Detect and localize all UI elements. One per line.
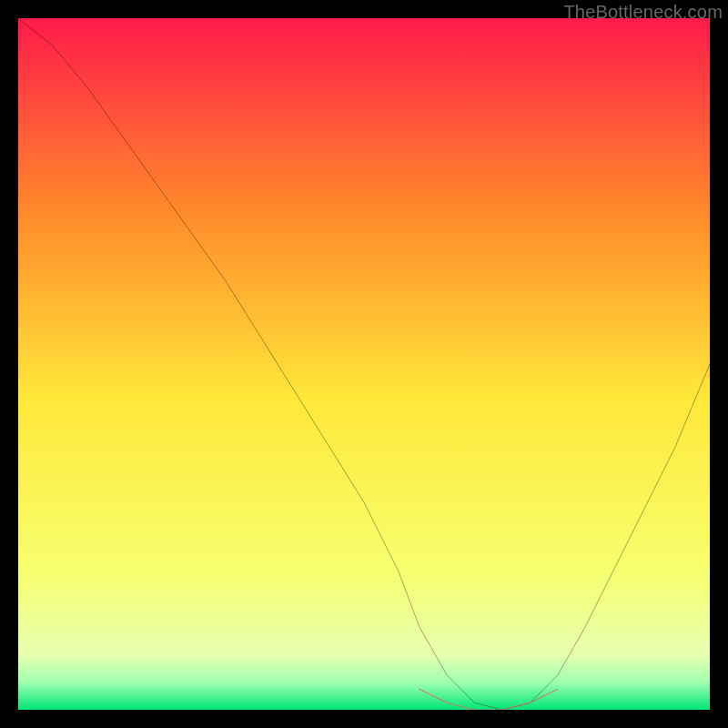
plot-area (18, 18, 710, 710)
chart-frame: TheBottleneck.com (0, 0, 728, 728)
chart-svg (18, 18, 710, 710)
watermark-label: TheBottleneck.com (563, 2, 723, 23)
gradient-background (18, 18, 710, 710)
